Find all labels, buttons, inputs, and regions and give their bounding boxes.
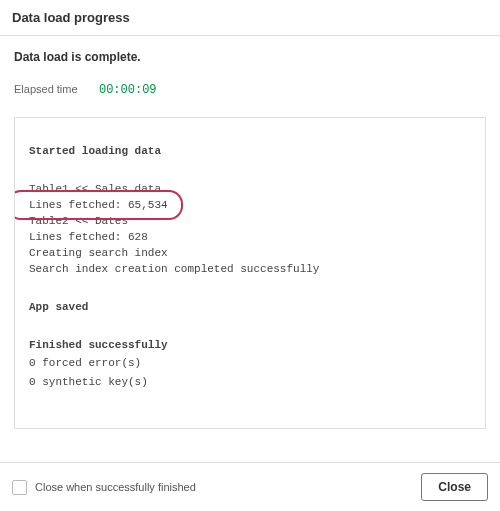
log-output: Started loading data Table1 << Sales dat…	[14, 117, 486, 429]
close-button[interactable]: Close	[421, 473, 488, 501]
dialog-header: Data load progress	[0, 0, 500, 36]
log-line: Table1 << Sales data	[29, 182, 471, 198]
dialog-body: Data load is complete. Elapsed time 00:0…	[0, 36, 500, 443]
log-line: Search index creation completed successf…	[29, 262, 471, 278]
log-line: Lines fetched: 65,534	[29, 198, 471, 214]
close-when-finished-option[interactable]: Close when successfully finished	[12, 480, 196, 495]
log-heading-start: Started loading data	[29, 144, 471, 160]
elapsed-time: 00:00:09	[99, 83, 157, 97]
elapsed-label: Elapsed time	[14, 83, 78, 95]
checkbox-icon[interactable]	[12, 480, 27, 495]
log-heading-saved: App saved	[29, 300, 471, 316]
log-line: Table2 << Dates	[29, 214, 471, 230]
close-when-finished-label: Close when successfully finished	[35, 481, 196, 493]
log-line: Lines fetched: 628	[29, 230, 471, 246]
status-message: Data load is complete.	[14, 50, 486, 64]
log-line: Creating search index	[29, 246, 471, 262]
log-heading-finished: Finished successfully	[29, 338, 471, 354]
dialog-footer: Close when successfully finished Close	[0, 462, 500, 511]
elapsed-row: Elapsed time 00:00:09	[14, 82, 486, 97]
log-forced-errors: 0 forced error(s)	[29, 356, 471, 372]
dialog-title: Data load progress	[12, 10, 488, 25]
log-synthetic-keys: 0 synthetic key(s)	[29, 375, 471, 391]
